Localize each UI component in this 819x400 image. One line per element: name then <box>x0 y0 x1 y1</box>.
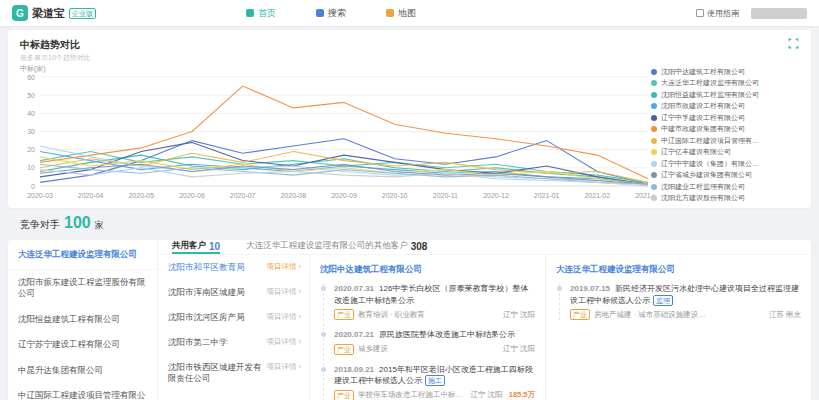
project-item[interactable]: 2020.07.31126中学长白校区（原泰莱教育学校）整体改造施工中标结果公示… <box>334 283 535 320</box>
competitor-detail-panel: 大连泛华工程建设监理有限公司 沈阳市振东建设工程监理股份有限公司 沈阳恒益建筑工… <box>8 240 811 400</box>
legend-label: 中辽国际工程建设项目管理有… <box>661 136 759 146</box>
legend-dot <box>651 195 657 201</box>
legend-item[interactable]: 辽宁中孚建设工程有限公司 <box>651 112 801 124</box>
customer-row[interactable]: 沈阳市和平区教育局 项目详情 › <box>158 255 309 280</box>
customer-row[interactable]: 沈阳市沈河区房产局 项目详情 › <box>158 305 309 330</box>
customer-row[interactable]: 沈阳市第二中学 项目详情 › <box>158 330 309 355</box>
user-account[interactable] <box>751 8 807 19</box>
project-date: 2020.07.31 <box>334 284 374 293</box>
guide-label: 使用指南 <box>707 8 739 19</box>
svg-text:2020-05: 2020-05 <box>128 192 154 199</box>
legend-label: 沈阳北方建设股份有限公司 <box>661 193 745 203</box>
legend-dot <box>651 161 657 167</box>
legend-item[interactable]: 沈阳恒益建筑工程监理有限公司 <box>651 89 801 101</box>
svg-text:2020-10: 2020-10 <box>382 192 408 199</box>
tab-shared-customers[interactable]: 共用客户 10 <box>172 240 220 254</box>
legend-item[interactable]: 中辽国际工程建设项目管理有… <box>651 135 801 147</box>
project-detail-link[interactable]: 项目详情 › <box>266 362 301 372</box>
svg-text:2020-04: 2020-04 <box>78 192 104 199</box>
project-detail-link[interactable]: 项目详情 › <box>266 337 301 347</box>
nav-label: 搜索 <box>328 7 346 20</box>
legend-label: 辽宁中孚建设工程有限公司 <box>661 113 745 123</box>
competitor-item[interactable]: 辽宁苏宁建设工程有限公司 <box>8 332 157 357</box>
legend-dot <box>651 184 657 190</box>
home-icon <box>246 9 254 17</box>
competitor-item[interactable]: 中辽国际工程建设项目管理有限公司 <box>8 383 157 400</box>
app-logo[interactable]: G 梁道宝 企业版 <box>12 5 96 21</box>
competitor-item[interactable]: 中昆升达集团有限公司 <box>8 358 157 383</box>
svg-text:0: 0 <box>31 183 35 190</box>
legend-item[interactable]: 辽宁省城乡建设集团有限公司 <box>651 170 801 182</box>
industry-badge: 产业 <box>570 309 590 320</box>
competitor-item[interactable]: 沈阳恒益建筑工程有限公司 <box>8 307 157 332</box>
legend-item[interactable]: 辽宁中宇建设（集团）有限公… <box>651 158 801 170</box>
svg-text:2021-01: 2021-01 <box>534 192 560 199</box>
customer-name: 沈阳市第二中学 <box>168 337 266 348</box>
legend-item[interactable]: 沈阳北方建设股份有限公司 <box>651 193 801 205</box>
legend-item[interactable]: 沈阳市政建设工程有限公司 <box>651 101 801 113</box>
project-column-company[interactable]: 大连泛华工程建设监理有限公司 <box>556 264 801 276</box>
project-title: 原民族医院整体改造施工中标结果公示 <box>379 330 515 339</box>
svg-text:20: 20 <box>27 146 35 153</box>
svg-text:40: 40 <box>27 110 35 117</box>
project-item[interactable]: 2018.09.212015年和平区老旧小区改造工程施工四标段建设工程中标候选人… <box>334 364 535 400</box>
nav-label: 地图 <box>398 7 416 20</box>
legend-dot <box>651 149 657 155</box>
legend-item[interactable]: 中建市政建设集团有限公司 <box>651 124 801 136</box>
competitor-unit: 家 <box>95 219 104 232</box>
project-region: 辽宁 沈阳 <box>503 310 535 320</box>
project-date: 2018.09.21 <box>334 365 374 374</box>
map-icon <box>386 9 394 17</box>
legend-item[interactable]: 沈阳建业工程监理有限公司 <box>651 181 801 193</box>
nav-item-home[interactable]: 首页 <box>246 7 276 20</box>
legend-item[interactable]: 辽宁亿丰建设有限公司 <box>651 147 801 159</box>
competitor-item[interactable]: 沈阳市振东建设工程监理股份有限公司 <box>8 270 157 307</box>
svg-text:2020-06: 2020-06 <box>179 192 205 199</box>
project-item[interactable]: 2019.07.15新民经济开发区污水处理中心建设项目全过程监理建设工程中标候选… <box>570 283 801 320</box>
legend-label: 沈阳恒益建筑工程监理有限公司 <box>661 90 759 100</box>
legend-dot <box>651 80 657 86</box>
legend-dot <box>651 69 657 75</box>
nav-item-map[interactable]: 地图 <box>386 7 416 20</box>
customer-tabs: 共用客户 10 大连泛华工程建设监理有限公司的其他客户 308 <box>158 240 811 255</box>
project-column-company[interactable]: 沈阳中达建筑工程有限公司 <box>320 264 535 276</box>
competitor-count: 100 <box>64 214 91 232</box>
project-detail-link[interactable]: 项目详情 › <box>266 312 301 322</box>
tab-count: 308 <box>411 241 428 252</box>
svg-text:2020-03: 2020-03 <box>27 192 53 199</box>
project-date: 2020.07.21 <box>334 330 374 339</box>
competitor-count-bar: 竞争对手 100 家 <box>20 214 104 232</box>
legend-item[interactable]: 沈阳中达建筑工程有限公司 <box>651 66 801 78</box>
tab-other-customers[interactable]: 大连泛华工程建设监理有限公司的其他客户 308 <box>246 240 427 254</box>
project-timeline: 2020.07.31126中学长白校区（原泰莱教育学校）整体改造施工中标结果公示… <box>323 283 535 400</box>
svg-text:2021-02: 2021-02 <box>584 192 610 199</box>
project-detail-link[interactable]: 项目详情 › <box>266 262 301 272</box>
industry-badge: 产业 <box>334 309 354 320</box>
trend-title: 中标趋势对比 <box>20 38 80 52</box>
project-region: 辽宁 沈阳 <box>503 344 535 354</box>
customer-row[interactable]: 沈阳市浑南区城建局 项目详情 › <box>158 280 309 305</box>
nav-item-search[interactable]: 搜索 <box>316 7 346 20</box>
chart-legend: 沈阳中达建筑工程有限公司 大连泛华工程建设监理有限公司 沈阳恒益建筑工程监理有限… <box>651 66 801 204</box>
project-item[interactable]: 2020.07.21原民族医院整体改造施工中标结果公示 产业 城乡建设 辽宁 沈… <box>334 329 535 355</box>
logo-icon: G <box>12 5 28 21</box>
fullscreen-icon[interactable] <box>788 38 799 49</box>
project-timeline: 2019.07.15新民经济开发区污水处理中心建设项目全过程监理建设工程中标候选… <box>559 283 801 320</box>
project-amount: 185.5万 <box>509 390 535 399</box>
user-guide-link[interactable]: 使用指南 <box>696 8 739 19</box>
customer-row[interactable]: 沈阳市铁西区城建开发有限责任公司 项目详情 › <box>158 355 309 391</box>
legend-label: 辽宁亿丰建设有限公司 <box>661 147 731 157</box>
svg-text:2020-09: 2020-09 <box>331 192 357 199</box>
selected-competitor[interactable]: 大连泛华工程建设监理有限公司 <box>8 240 157 270</box>
project-detail-link[interactable]: 项目详情 › <box>266 287 301 297</box>
panel-right-region: 共用客户 10 大连泛华工程建设监理有限公司的其他客户 308 沈阳市和平区教育… <box>158 240 811 400</box>
industry-text: 城乡建设 <box>358 344 388 354</box>
legend-label: 沈阳建业工程监理有限公司 <box>661 182 745 192</box>
guide-icon <box>696 9 704 17</box>
legend-dot <box>651 172 657 178</box>
project-region: 江苏 南京 <box>769 310 801 320</box>
svg-text:2020-07: 2020-07 <box>230 192 256 199</box>
legend-item[interactable]: 大连泛华工程建设监理有限公司 <box>651 78 801 90</box>
project-date: 2019.07.15 <box>570 284 610 293</box>
tab-count: 10 <box>209 241 220 252</box>
